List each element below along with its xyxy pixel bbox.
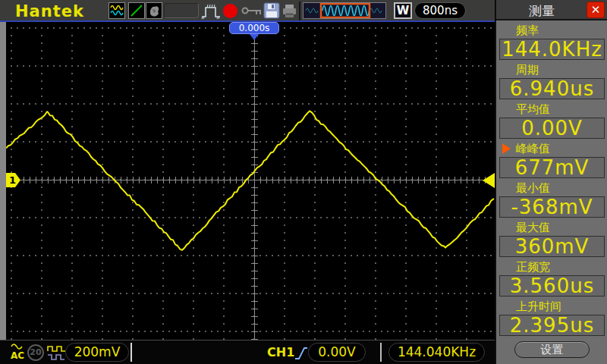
record-button[interactable]	[223, 4, 237, 18]
measurement-panel: 测量 ✕ 频率 144.0KHz 周期 6.940us 平均值 0.00V 峰峰…	[495, 0, 607, 364]
left-edge-strip	[0, 22, 6, 340]
brand-logo: Hantek	[15, 2, 84, 20]
trigger-frequency-readout: 144.040KHz	[388, 343, 485, 362]
measurement-value-frequency: 144.0KHz	[499, 39, 605, 60]
wave-style-icon	[109, 3, 124, 18]
measurement-panel-header: 测量 ✕	[496, 0, 607, 20]
toolbar-separator	[299, 2, 300, 20]
toolbar-inset-panel	[164, 3, 199, 18]
scope-display: 0.000s 1	[6, 22, 495, 340]
wave-style-button[interactable]	[109, 2, 125, 19]
ac-coupling-label: AC	[11, 350, 24, 361]
measurement-label-rise-time: 上升时间	[496, 298, 607, 315]
rising-edge-icon	[294, 344, 308, 362]
trigger-level-readout: 0.00V	[308, 343, 366, 362]
pulse-icon[interactable]	[201, 3, 222, 20]
channel1-position-marker[interactable]: 1	[6, 173, 21, 187]
attenuation-badge: 20	[27, 344, 44, 361]
measurement-label-peak-to-peak: 峰峰值	[496, 140, 607, 157]
close-icon[interactable]: ✕	[587, 2, 605, 18]
measurement-value-average: 0.00V	[499, 118, 605, 139]
print-icon[interactable]	[281, 3, 297, 19]
timebase-readout: 800ns	[414, 2, 466, 19]
measurement-value-rise-time: 2.395us	[499, 315, 605, 336]
waveform-trace	[6, 22, 495, 340]
selected-arrow-icon	[502, 143, 511, 154]
status-separator-1	[131, 343, 132, 362]
trigger-position-pointer	[250, 34, 259, 40]
settings-button[interactable]: 设置	[514, 341, 590, 358]
measurement-label-positive-width: 正频宽	[496, 259, 607, 275]
measurement-value-maximum: 360mV	[499, 236, 605, 257]
noise-style-button[interactable]	[146, 2, 162, 19]
line-style-button[interactable]	[128, 2, 145, 19]
panel-title: 测量	[496, 2, 587, 20]
channel1-marker-label: 1	[9, 174, 16, 186]
measurement-label-maximum: 最大值	[496, 219, 607, 236]
measurement-label-average: 平均值	[496, 101, 607, 118]
bandwidth-limit-icon	[47, 344, 66, 362]
window-mode-button[interactable]: W	[394, 2, 412, 19]
waveform-preview[interactable]	[303, 2, 386, 19]
top-toolbar: Hantek	[0, 0, 495, 22]
measurement-value-period: 6.940us	[499, 78, 605, 99]
noise-icon	[146, 3, 162, 18]
waveform-preview-icon	[304, 3, 385, 18]
measurement-value-positive-width: 3.560us	[499, 275, 605, 297]
ac-coupling-icon: AC	[9, 342, 26, 363]
key-icon[interactable]	[241, 6, 263, 16]
status-bar: AC 20 200mV CH1 0.00V 144.040KHz	[0, 340, 495, 364]
measurement-label-minimum: 最小值	[496, 180, 607, 196]
measurement-label-frequency: 频率	[496, 22, 607, 39]
save-icon[interactable]	[263, 2, 280, 19]
trigger-level-marker[interactable]	[481, 173, 495, 188]
volts-per-div-readout: 200mV	[65, 343, 129, 362]
line-style-icon	[129, 3, 144, 18]
status-separator-2	[380, 343, 382, 362]
measurement-value-peak-to-peak: 677mV	[499, 157, 605, 178]
measurement-value-minimum: -368mV	[499, 196, 605, 218]
trigger-source-label: CH1	[267, 345, 294, 359]
measurement-label-period: 周期	[496, 61, 607, 78]
trigger-position-marker[interactable]: 0.000s	[229, 22, 279, 34]
